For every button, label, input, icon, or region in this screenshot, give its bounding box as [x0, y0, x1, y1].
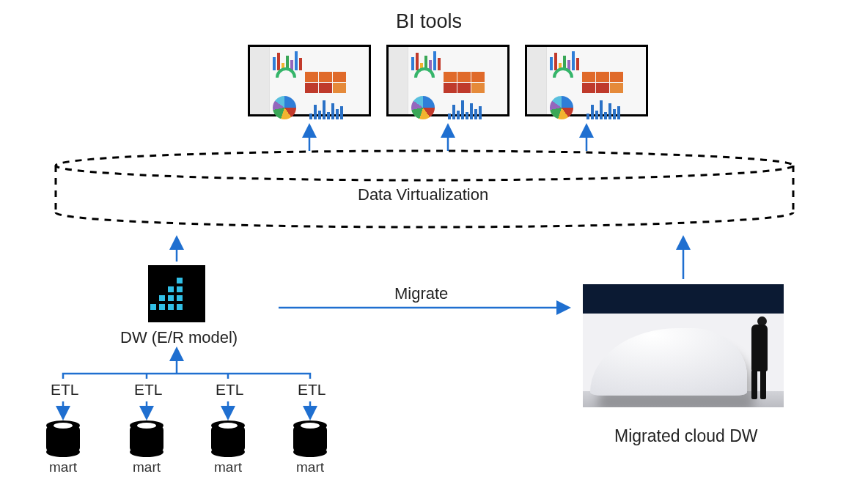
etl-label: ETL	[298, 381, 326, 399]
bi-tools-title: BI tools	[396, 10, 462, 33]
dw-label: DW (E/R model)	[120, 328, 238, 347]
etl-bus	[63, 374, 310, 379]
mart-label: mart	[129, 459, 164, 475]
etl-label: ETL	[51, 381, 79, 399]
migrated-cloud-dw-image	[583, 284, 784, 407]
etl-label: ETL	[216, 381, 244, 399]
etl-label: ETL	[134, 381, 163, 399]
arrows-virt-to-bi	[309, 126, 586, 151]
data-mart: mart	[129, 426, 164, 475]
migrate-label: Migrate	[394, 284, 448, 303]
data-mart: mart	[45, 426, 81, 475]
bi-dashboard-thumbnail	[525, 45, 648, 116]
svg-point-0	[56, 151, 793, 180]
dw-icon	[148, 265, 205, 322]
arrows-sources-to-virt	[177, 238, 683, 279]
mart-label: mart	[293, 459, 328, 475]
data-virtualization-label: Data Virtualization	[358, 185, 488, 204]
data-mart: mart	[210, 426, 246, 475]
mart-label: mart	[45, 459, 81, 475]
diagram-stage: BI tools	[0, 0, 868, 493]
bi-dashboard-thumbnail	[248, 45, 371, 116]
migrated-cloud-dw-label: Migrated cloud DW	[614, 426, 758, 446]
bi-dashboard-thumbnail	[386, 45, 510, 116]
mart-label: mart	[210, 459, 246, 475]
data-mart: mart	[293, 426, 328, 475]
etl-arrows-down	[63, 401, 310, 418]
